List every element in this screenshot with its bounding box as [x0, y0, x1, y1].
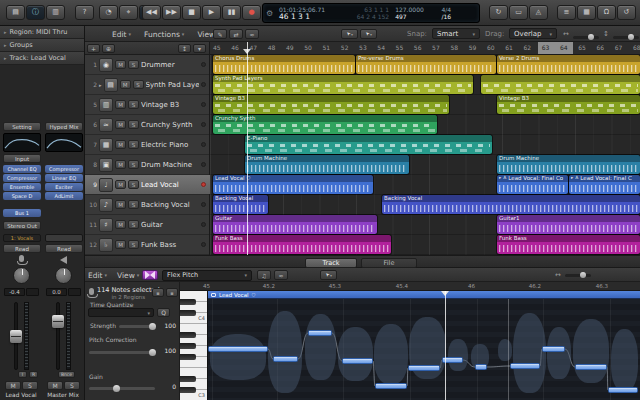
low-latency-button[interactable]: ◬ [529, 5, 548, 20]
flex-pitch-note[interactable] [308, 330, 332, 336]
input-button[interactable]: Input [3, 154, 41, 163]
editor-edit-menu[interactable]: Edit [88, 267, 107, 283]
count-in-button[interactable]: ◔ [99, 5, 118, 20]
note-action-left-button[interactable]: ▪ [152, 288, 164, 297]
automation-mode-button[interactable]: Read [3, 244, 41, 253]
plugin-slot[interactable]: Channel EQ [3, 165, 41, 173]
pause-button[interactable]: ▮▮ [222, 5, 241, 20]
black-key[interactable] [180, 310, 196, 316]
mute-button[interactable]: M [115, 240, 126, 249]
note-action-right-button[interactable]: ▪ [166, 288, 178, 297]
channel-setting-button[interactable]: Hyped Mix [45, 122, 83, 131]
plugin-slot[interactable]: Compressor [45, 165, 83, 173]
fast-forward-button[interactable]: ▶▶ [162, 5, 181, 20]
mute-button[interactable]: M [120, 80, 131, 89]
plugin-slot[interactable]: Exciter [45, 183, 83, 191]
stop-button[interactable]: ■ [182, 5, 201, 20]
region-e-piano[interactable]: E-Piano [245, 135, 492, 154]
arrange-edit-menu[interactable]: Edit [112, 26, 131, 42]
apple-loops-button[interactable]: Ω [597, 5, 616, 20]
input-monitor-dot[interactable] [201, 102, 206, 107]
flex-pitch-note[interactable] [542, 346, 565, 352]
flex-pitch-note[interactable] [575, 364, 607, 370]
region-vintage-b3[interactable]: Vintage B3 [497, 95, 640, 114]
track-zoom-button[interactable]: ↕ [178, 44, 191, 53]
groups-inspector-header[interactable]: Groups [0, 39, 84, 52]
track-header-drum-machine[interactable]: 8▣MSDrum Machine [85, 155, 210, 174]
solo-button[interactable]: S [128, 240, 139, 249]
quantize-apply-button[interactable]: Q [157, 308, 170, 317]
playhead[interactable] [247, 42, 248, 255]
inspector-toggle-button[interactable]: ⓘ [26, 5, 45, 20]
solo-button[interactable]: S [22, 381, 38, 390]
split-tool-icon[interactable]: ⇄ [229, 29, 243, 39]
volume-readout[interactable]: -0.4 [4, 288, 25, 296]
plugin-slot[interactable]: Compressor [3, 174, 41, 182]
snap-menu[interactable]: Smart [432, 28, 480, 39]
midi-in-button[interactable]: ♫ [257, 270, 271, 280]
track-header-synth-pad-layers[interactable]: 2▸▤MSSynth Pad Layers [85, 75, 210, 94]
region-inspector-header[interactable]: Region: MIDI Thru [0, 26, 84, 39]
region-lead-vocal[interactable]: Lead Vocal○ [213, 175, 373, 194]
duplicate-track-button[interactable]: ⊕ [102, 44, 115, 53]
volume-readout[interactable]: 0.0 [46, 288, 67, 296]
disclosure-icon[interactable]: ▸ [99, 82, 102, 88]
solo-button[interactable]: S [128, 220, 139, 229]
mute-button[interactable]: M [115, 100, 126, 109]
arrange-functions-menu[interactable]: Functions [144, 26, 184, 42]
flex-mode-menu[interactable]: Flex Pitch [162, 270, 252, 281]
tab-track[interactable]: Track [305, 258, 357, 268]
mute-button[interactable]: M [115, 200, 126, 209]
plugin-slot[interactable]: Space D [3, 192, 41, 200]
black-key[interactable] [180, 354, 196, 360]
region-synth-pad-layers[interactable]: Synth Pad Layers [213, 75, 473, 94]
mute-button[interactable]: M [115, 120, 126, 129]
flex-pitch-note[interactable] [510, 363, 540, 369]
h-zoom-slider[interactable] [573, 36, 599, 39]
mute-button[interactable]: M [115, 140, 126, 149]
flex-pitch-note[interactable] [375, 383, 407, 389]
record-enable-button[interactable]: R [29, 371, 38, 378]
black-key[interactable] [180, 299, 196, 305]
v-zoom-slider[interactable] [613, 36, 639, 39]
editor-pointer-tool-menu[interactable]: ➤▾ [320, 270, 337, 280]
black-key[interactable] [180, 376, 196, 382]
autopunch-button[interactable]: ▭ [509, 5, 528, 20]
track-header-guitar[interactable]: 11♯MSGuitar [85, 215, 210, 234]
editor-region-header[interactable]: Lead Vocal ○ [208, 291, 640, 299]
region-backing-vocal[interactable]: Backing Vocal [382, 195, 640, 214]
flex-pitch-note[interactable] [208, 346, 268, 352]
tuner-button[interactable]: ⌖ [119, 5, 138, 20]
solo-button[interactable]: S [64, 381, 80, 390]
editor-ruler[interactable]: 4545.245.345.44646.246.3 [180, 282, 640, 291]
browsers-button[interactable]: ↺ [617, 5, 636, 20]
input-monitor-dot[interactable] [201, 142, 206, 147]
record-enable-dot[interactable] [201, 182, 206, 187]
editor-playhead[interactable] [445, 291, 446, 400]
time-quantize-menu[interactable] [88, 308, 154, 317]
play-button[interactable]: ▶ [202, 5, 221, 20]
tab-file[interactable]: File [361, 258, 417, 268]
pan-knob[interactable] [55, 267, 72, 284]
volume-fader[interactable] [52, 315, 64, 328]
black-key[interactable] [180, 387, 196, 393]
strength-slider[interactable] [119, 325, 155, 328]
plugin-slot[interactable]: Ensemble [3, 183, 41, 191]
region-synth-pad-layers[interactable] [481, 75, 640, 94]
flex-view-icon[interactable]: ≈ [245, 29, 259, 39]
drag-menu[interactable]: Overlap [509, 28, 557, 39]
record-button[interactable]: ● [242, 5, 261, 20]
add-track-button[interactable]: + [87, 44, 100, 53]
input-monitor-dot[interactable] [201, 62, 206, 67]
region-lead-vocal-final-co[interactable]: ▸ALead Vocal: Final Co [497, 175, 568, 194]
lcd-display[interactable]: ⚙ 01:01:25:06.71 46 1 3 1 63 1 1 1 64 2 … [262, 3, 480, 23]
black-key[interactable] [180, 343, 196, 349]
send-slot[interactable]: Bus 1 [3, 209, 41, 217]
input-monitor-dot[interactable] [201, 162, 206, 167]
take-folder-icon[interactable]: ▸ [571, 176, 573, 181]
track-header-backing-vocal[interactable]: 10♪MSBacking Vocal [85, 195, 210, 214]
plugin-slot[interactable]: Linear EQ [45, 174, 83, 182]
region-verse-2-drums[interactable]: Verse 2 Drums [497, 55, 640, 74]
pan-knob[interactable] [13, 267, 30, 284]
solo-button[interactable]: S [128, 180, 139, 189]
